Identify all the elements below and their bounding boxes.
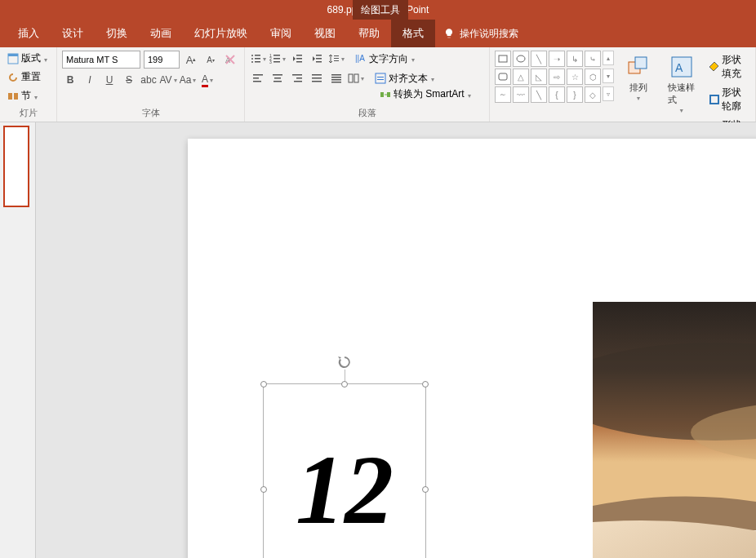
clear-formatting-button[interactable]: A bbox=[222, 51, 238, 68]
svg-rect-1 bbox=[8, 54, 18, 56]
slide-image-desert[interactable] bbox=[593, 302, 756, 558]
slide-thumbnail-1[interactable] bbox=[3, 126, 29, 207]
strikethrough-button[interactable]: S bbox=[121, 72, 137, 88]
svg-rect-31 bbox=[274, 78, 281, 79]
align-text-button[interactable]: 对齐文本 bbox=[372, 71, 436, 86]
underline-button[interactable]: U bbox=[101, 72, 118, 88]
tell-me-search[interactable]: 操作说明搜索 bbox=[443, 27, 518, 41]
svg-rect-6 bbox=[255, 55, 260, 56]
decrease-font-button[interactable]: A▾ bbox=[202, 51, 219, 68]
text-shadow-button[interactable]: abc bbox=[140, 72, 157, 88]
bullets-button[interactable] bbox=[250, 51, 266, 67]
resize-handle-nw[interactable] bbox=[260, 381, 267, 388]
reset-icon bbox=[7, 71, 20, 84]
change-case-button[interactable]: Aa bbox=[180, 72, 196, 88]
layout-button[interactable]: 版式 bbox=[5, 51, 51, 66]
rotate-handle[interactable] bbox=[337, 355, 352, 370]
svg-rect-41 bbox=[331, 79, 341, 81]
resize-handle-ne[interactable] bbox=[422, 381, 429, 388]
shape-roundrect[interactable] bbox=[495, 69, 511, 85]
shapes-scroll-up[interactable]: ▴ bbox=[603, 51, 614, 65]
section-button[interactable]: 节 bbox=[5, 88, 51, 104]
shapes-expand[interactable]: ▿ bbox=[603, 86, 614, 101]
arrange-button[interactable]: 排列 ▼ bbox=[620, 51, 656, 104]
shape-connector[interactable]: ⤷ bbox=[585, 51, 601, 67]
resize-handle-w[interactable] bbox=[260, 486, 267, 493]
tab-help[interactable]: 帮助 bbox=[347, 20, 391, 47]
svg-rect-57 bbox=[710, 95, 718, 104]
shape-curve1[interactable]: ～ bbox=[495, 86, 511, 103]
tab-review[interactable]: 审阅 bbox=[259, 20, 303, 47]
shapes-gallery[interactable]: ╲ ➝ ↳ ⤷ △ ◺ ⇨ ☆ ⬡ ～ 〰 ╲ { } ◇ bbox=[495, 51, 601, 103]
numbering-button[interactable]: 123 bbox=[269, 51, 286, 67]
svg-rect-49 bbox=[387, 92, 390, 97]
bold-button[interactable]: B bbox=[62, 72, 78, 88]
group-slides-label: 灯片 bbox=[5, 105, 51, 122]
tab-format[interactable]: 格式 bbox=[391, 20, 435, 47]
svg-rect-43 bbox=[349, 74, 353, 82]
align-right-button[interactable] bbox=[289, 70, 305, 86]
tab-animation[interactable]: 动画 bbox=[139, 20, 183, 47]
tab-insert[interactable]: 插入 bbox=[7, 20, 51, 47]
shape-rtriangle[interactable]: ◺ bbox=[531, 69, 547, 85]
increase-font-button[interactable]: A▴ bbox=[183, 51, 199, 68]
group-font: A▴ A▾ A B I U S abc AV Aa A 字体 bbox=[57, 47, 245, 122]
char-spacing-button[interactable]: AV bbox=[160, 72, 176, 88]
shape-curve2[interactable]: 〰 bbox=[513, 86, 529, 103]
shape-brace1[interactable]: { bbox=[549, 86, 565, 103]
font-size-input[interactable] bbox=[144, 51, 180, 69]
title-bar: 绘图工具 689.pptx - PowerPoint bbox=[0, 0, 756, 20]
shape-fill-icon bbox=[709, 60, 720, 73]
reset-button[interactable]: 重置 bbox=[5, 69, 51, 85]
tab-transition[interactable]: 切换 bbox=[95, 20, 139, 47]
font-name-input[interactable] bbox=[62, 51, 140, 69]
resize-handle-e[interactable] bbox=[422, 486, 429, 493]
shape-star[interactable]: ☆ bbox=[567, 69, 583, 85]
columns-button[interactable] bbox=[348, 70, 364, 86]
resize-handle-n[interactable] bbox=[341, 381, 348, 388]
shape-line[interactable]: ╲ bbox=[531, 51, 547, 67]
slide-canvas-area[interactable]: 12 bbox=[36, 122, 756, 558]
svg-rect-17 bbox=[296, 55, 302, 56]
svg-rect-36 bbox=[312, 74, 322, 76]
rotate-handle-line bbox=[345, 370, 345, 381]
shape-outline-button[interactable]: 形状轮廓 bbox=[707, 85, 750, 114]
svg-text:||A: ||A bbox=[355, 54, 365, 63]
shape-free1[interactable]: ╲ bbox=[531, 86, 547, 103]
shape-triangle[interactable]: △ bbox=[513, 69, 529, 85]
svg-rect-10 bbox=[255, 61, 260, 63]
align-center-button[interactable] bbox=[269, 70, 286, 86]
shape-oval[interactable] bbox=[513, 51, 529, 67]
workspace: 12 bbox=[0, 122, 756, 558]
textbox-content[interactable]: 12 bbox=[264, 384, 425, 558]
svg-point-7 bbox=[251, 58, 253, 60]
svg-rect-30 bbox=[273, 74, 282, 76]
align-justify-button[interactable] bbox=[309, 70, 325, 86]
tab-design[interactable]: 设计 bbox=[51, 20, 95, 47]
quick-styles-button[interactable]: A 快速样式 ▼ bbox=[663, 51, 700, 117]
decrease-indent-button[interactable] bbox=[289, 51, 305, 67]
shape-brace2[interactable]: } bbox=[567, 86, 583, 103]
italic-button[interactable]: I bbox=[82, 72, 98, 88]
shape-fill-button[interactable]: 形状填充 bbox=[707, 52, 750, 82]
line-spacing-button[interactable] bbox=[328, 51, 345, 67]
shapes-scroll-down[interactable]: ▾ bbox=[603, 69, 614, 83]
shape-rectangle[interactable] bbox=[495, 51, 511, 67]
svg-rect-20 bbox=[316, 55, 322, 56]
text-direction-button[interactable]: ||A 文字方向 bbox=[353, 51, 416, 67]
shape-arrowblock[interactable]: ⇨ bbox=[549, 69, 565, 85]
increase-indent-button[interactable] bbox=[309, 51, 325, 67]
convert-smartart-button[interactable]: 转换为 SmartArt bbox=[377, 86, 473, 102]
shape-callout[interactable]: ◇ bbox=[585, 86, 601, 103]
font-color-button[interactable]: A bbox=[199, 72, 216, 88]
shape-arrow2[interactable]: ↳ bbox=[567, 51, 583, 67]
convert-smartart-label: 转换为 SmartArt bbox=[394, 87, 465, 101]
ribbon-tabs: 插入 设计 切换 动画 幻灯片放映 审阅 视图 帮助 格式 操作说明搜索 bbox=[0, 20, 756, 47]
shape-hex[interactable]: ⬡ bbox=[585, 69, 601, 85]
align-left-button[interactable] bbox=[250, 70, 266, 86]
tab-view[interactable]: 视图 bbox=[303, 20, 347, 47]
textbox-selected[interactable]: 12 bbox=[263, 383, 426, 558]
align-distribute-button[interactable] bbox=[328, 70, 345, 86]
shape-arrow[interactable]: ➝ bbox=[549, 51, 565, 67]
tab-slideshow[interactable]: 幻灯片放映 bbox=[183, 20, 259, 47]
